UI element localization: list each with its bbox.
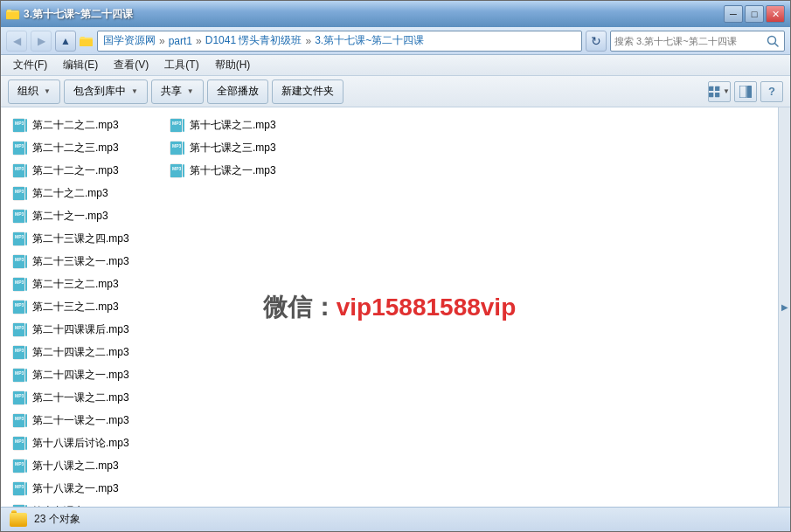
svg-rect-24 [25, 142, 27, 155]
collapse-panel-button[interactable]: ▶ [778, 107, 790, 507]
file-name: 第十七课之二.mp3 [190, 118, 276, 133]
menu-view[interactable]: 查看(V) [107, 56, 156, 74]
svg-text:MP3: MP3 [15, 121, 24, 126]
mp3-file-icon: MP3 [11, 184, 29, 202]
share-button[interactable]: 共享 ▼ [151, 79, 204, 104]
organize-button[interactable]: 组织 ▼ [8, 79, 60, 104]
breadcrumb-item-3[interactable]: D1041 愣头青初级班 [205, 33, 302, 48]
add-to-library-button[interactable]: 包含到库中 ▼ [64, 79, 148, 104]
svg-text:MP3: MP3 [172, 166, 182, 171]
svg-rect-116 [170, 126, 182, 132]
svg-rect-81 [13, 421, 24, 427]
svg-text:MP3: MP3 [15, 280, 24, 285]
breadcrumb-item-2[interactable]: part1 [169, 35, 192, 47]
breadcrumb[interactable]: 国学资源网 » part1 » D1041 愣头青初级班 » 3.第十七课~第二… [97, 31, 582, 52]
status-folder-icon [10, 513, 27, 527]
svg-rect-16 [13, 126, 24, 132]
file-col-1: MP3 第二十二之二.mp3 MP3 第二十二之三.mp3 MP3 第二十二之一… [8, 114, 165, 500]
file-item[interactable]: MP3 第二十四课之二.mp3 [8, 342, 165, 363]
maximize-button[interactable]: □ [745, 5, 764, 23]
file-name: 第十七课之三.mp3 [190, 141, 276, 155]
svg-rect-49 [25, 255, 27, 268]
share-dropdown-arrow: ▼ [187, 87, 194, 95]
main-content: 微信：vip15881588vip MP3 第二十二之二.mp3 MP3 第二十… [1, 107, 790, 507]
svg-text:MP3: MP3 [15, 189, 24, 194]
file-item[interactable]: MP3 第二十一课之二.mp3 [8, 387, 165, 408]
file-item[interactable]: MP3 第二十二之二.mp3 [8, 114, 165, 135]
menu-file[interactable]: 文件(F) [6, 56, 54, 74]
menu-bar: 文件(F) 编辑(E) 查看(V) 工具(T) 帮助(H) [1, 55, 790, 76]
file-name: 第二十之二.mp3 [32, 186, 108, 201]
svg-rect-64 [25, 323, 27, 336]
svg-rect-9 [709, 86, 713, 90]
file-item[interactable]: MP3 第二十三课之一.mp3 [8, 251, 165, 272]
breadcrumb-item-1[interactable]: 国学资源网 [103, 33, 156, 48]
back-button[interactable]: ◀ [6, 31, 27, 52]
svg-rect-19 [25, 119, 27, 132]
svg-rect-54 [25, 278, 27, 291]
file-item[interactable]: MP3 第十八课之一.mp3 [8, 478, 165, 499]
svg-text:MP3: MP3 [15, 461, 24, 466]
new-folder-button[interactable]: 新建文件夹 [272, 79, 343, 104]
mp3-file-icon: MP3 [11, 366, 29, 383]
svg-rect-74 [25, 369, 27, 382]
file-item[interactable]: MP3 第十八课之二.mp3 [8, 455, 165, 476]
file-name: 第二十四课之一.mp3 [32, 368, 129, 383]
help-button[interactable]: ? [760, 81, 783, 102]
svg-rect-71 [13, 376, 24, 382]
file-item[interactable]: MP3 第二十三之二.mp3 [8, 296, 165, 317]
breadcrumb-item-4[interactable]: 3.第十七课~第二十四课 [315, 33, 424, 48]
preview-pane-button[interactable] [734, 81, 757, 102]
svg-text:MP3: MP3 [15, 439, 24, 444]
svg-rect-86 [13, 444, 24, 450]
forward-button[interactable]: ▶ [31, 31, 52, 52]
file-item[interactable]: MP3 第二十四课课后.mp3 [8, 319, 165, 340]
menu-edit[interactable]: 编辑(E) [56, 56, 105, 74]
search-input[interactable] [614, 36, 765, 46]
up-button[interactable]: ▲ [55, 31, 76, 52]
svg-rect-104 [25, 505, 27, 507]
svg-rect-14 [747, 86, 752, 98]
svg-text:MP3: MP3 [15, 302, 24, 307]
search-icon[interactable] [765, 33, 781, 49]
file-item[interactable]: MP3 第十七课之三.mp3 [165, 137, 323, 158]
file-item[interactable]: MP3 第二十三课之四.mp3 [8, 228, 165, 249]
mp3-file-icon: MP3 [11, 321, 29, 338]
file-name: 第二十四课课后.mp3 [32, 322, 129, 337]
file-item[interactable]: MP3 第二十二之三.mp3 [8, 137, 165, 158]
svg-text:MP3: MP3 [15, 211, 24, 217]
svg-rect-79 [25, 391, 27, 404]
file-item[interactable]: MP3 第二十二之一.mp3 [8, 160, 165, 181]
file-item[interactable]: MP3 第二十一课之一.mp3 [8, 410, 165, 431]
window-icon [6, 7, 20, 21]
mp3-file-icon: MP3 [169, 139, 186, 156]
view-options-button[interactable]: ▼ [708, 81, 731, 102]
menu-help[interactable]: 帮助(H) [208, 56, 258, 74]
file-item[interactable]: MP3 第二十四课之一.mp3 [8, 364, 165, 385]
file-item[interactable]: MP3 第十七课之二.mp3 [165, 114, 323, 135]
file-name: 第十七课之一.mp3 [190, 163, 276, 178]
refresh-button[interactable]: ↻ [586, 31, 607, 52]
play-all-button[interactable]: 全部播放 [207, 79, 268, 104]
svg-rect-44 [25, 232, 27, 245]
minimize-button[interactable]: ─ [724, 5, 743, 23]
svg-rect-119 [183, 119, 184, 132]
toolbar-right: ▼ ? [708, 81, 783, 102]
svg-rect-124 [183, 142, 184, 155]
menu-tools[interactable]: 工具(T) [157, 56, 205, 74]
file-item[interactable]: MP3 第十九课之二.mp3 [8, 501, 165, 507]
file-item[interactable]: MP3 第二十三之二.mp3 [8, 273, 165, 294]
file-item[interactable]: MP3 第二十之一.mp3 [8, 205, 165, 226]
file-item[interactable]: MP3 第十七课之一.mp3 [165, 160, 323, 181]
close-button[interactable]: ✕ [766, 5, 785, 23]
toolbar: 组织 ▼ 包含到库中 ▼ 共享 ▼ 全部播放 新建文件夹 ▼ [1, 76, 790, 107]
title-bar-left: 3.第十七课~第二十四课 [6, 7, 133, 22]
svg-text:MP3: MP3 [15, 257, 24, 262]
file-item[interactable]: MP3 第十八课后讨论.mp3 [8, 432, 165, 453]
svg-line-8 [775, 43, 779, 46]
mp3-file-icon: MP3 [11, 252, 29, 270]
file-item[interactable]: MP3 第二十之二.mp3 [8, 183, 165, 204]
svg-text:MP3: MP3 [15, 393, 24, 398]
svg-rect-94 [25, 459, 27, 473]
status-count: 23 个对象 [34, 512, 80, 527]
